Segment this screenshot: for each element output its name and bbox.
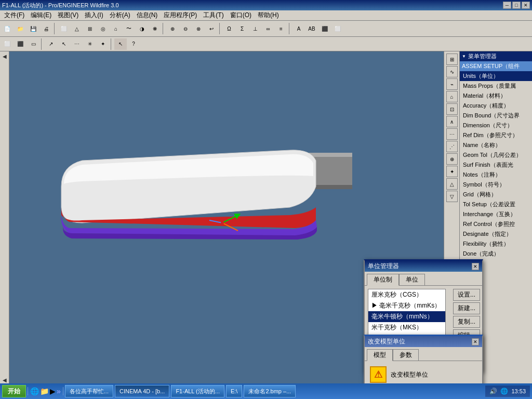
tab-model[interactable]: 模型 [367, 349, 393, 361]
right-tb-2[interactable]: ∿ [446, 66, 458, 77]
menu-item-10[interactable]: Notes（注释） [460, 170, 532, 180]
menu-item-信息[interactable]: 信息(N) [134, 10, 161, 21]
help-tool[interactable]: ? [127, 38, 140, 50]
right-tb-8[interactable]: ⋰ [446, 141, 458, 152]
menu-item-6[interactable]: Ref Dim（参照尺寸） [460, 130, 532, 140]
tb2-btn-7[interactable]: ✳ [84, 38, 96, 50]
menu-item-2[interactable]: Accuracy（精度） [460, 101, 532, 111]
taskbar-item-5[interactable]: 未命名2.bmp –... [244, 385, 296, 397]
menu-item-4[interactable]: Dim Bound（尺寸边界 [460, 111, 532, 121]
tb-btn-21[interactable]: ⬜ [331, 23, 344, 34]
tb-btn-9[interactable]: ⊕ [166, 23, 179, 34]
right-tb-5[interactable]: ⊡ [446, 103, 458, 115]
tb-btn-4[interactable]: ◎ [97, 23, 109, 34]
menu-item-11[interactable]: Symbol（符号） [460, 180, 532, 190]
left-arrow-1[interactable]: ◀ [3, 52, 7, 60]
tb-btn-15[interactable]: ⊥ [249, 23, 261, 34]
menu-item-13[interactable]: Tol Setup（公差设置 [460, 200, 532, 209]
select-tool[interactable]: ↖ [114, 38, 127, 50]
change-units-close[interactable]: ✕ [472, 338, 479, 345]
right-tb-11[interactable]: △ [446, 178, 458, 190]
tb-btn-2[interactable]: △ [71, 23, 83, 34]
right-tb-10[interactable]: ✦ [446, 166, 458, 177]
right-tb-4[interactable]: ⌂ [446, 91, 458, 102]
tb-btn-8[interactable]: ❋ [149, 23, 161, 34]
tb-btn-10[interactable]: ⊖ [179, 23, 192, 34]
tb2-btn-5[interactable]: ↖ [58, 38, 70, 50]
tb-btn-5[interactable]: ⌂ [110, 23, 122, 34]
taskbar-item-4[interactable]: E:\ [226, 385, 242, 397]
tb-btn-7[interactable]: ◑ [136, 23, 148, 34]
menu-item-17[interactable]: Flexibility（挠性） [460, 239, 532, 249]
menu-item-窗口[interactable]: 窗口(O) [227, 10, 255, 21]
ie-icon[interactable]: 🌐 [30, 387, 39, 395]
tab-units[interactable]: 单位 [399, 274, 425, 285]
menu-item-16[interactable]: Designate（指定） [460, 229, 532, 239]
tb-btn-12[interactable]: ↩ [205, 23, 218, 34]
tb2-btn-8[interactable]: ✦ [97, 38, 109, 50]
units-dialog-close[interactable]: ✕ [472, 263, 479, 270]
menu-item-7[interactable]: Name（名称） [460, 140, 532, 150]
menu-item-12[interactable]: Grid（网格） [460, 190, 532, 200]
tb-btn-20[interactable]: ⬛ [318, 23, 331, 34]
tb-btn-19[interactable]: AB [305, 23, 318, 34]
right-tb-7[interactable]: ⋯ [446, 128, 458, 140]
tb2-btn-6[interactable]: ⋯ [71, 38, 83, 50]
tab-units-system[interactable]: 单位制 [367, 274, 399, 286]
unit-mmks[interactable]: ▶ 毫米千克秒（mmKs） [368, 300, 445, 311]
menu-item-编辑[interactable]: 编辑(E) [28, 10, 55, 21]
tb2-btn-3[interactable]: ▭ [27, 38, 39, 50]
right-tb-3[interactable]: ⌁ [446, 78, 458, 90]
units-set-button[interactable]: 设置... [453, 289, 480, 301]
menu-item-应用程序[interactable]: 应用程序(P) [161, 10, 200, 21]
tb-btn-1[interactable]: ⬜ [58, 23, 70, 34]
tb-btn-11[interactable]: ⊗ [192, 23, 205, 34]
left-arrow-2[interactable]: ◀ [3, 376, 7, 384]
unit-cgs[interactable]: 厘米克秒（CGS） [368, 289, 445, 300]
units-copy-button[interactable]: 复制... [453, 316, 480, 328]
menu-item-帮助[interactable]: 帮助(H) [255, 10, 282, 21]
menu-item-工具[interactable]: 工具(T) [200, 10, 227, 21]
taskbar-item-2[interactable]: CINEMA 4D - [b... [115, 385, 169, 397]
close-button[interactable]: ✕ [522, 2, 530, 9]
right-tb-6[interactable]: ∧ [446, 116, 458, 127]
units-list[interactable]: 厘米克秒（CGS） ▶ 毫米千克秒（mmKs） 毫米牛顿秒（mmNs） 米千克秒… [368, 289, 446, 336]
tab-params[interactable]: 参数 [393, 349, 419, 361]
tb2-btn-1[interactable]: ⬜ [1, 38, 14, 50]
tb-btn-16[interactable]: ∞ [262, 23, 274, 34]
menu-item-18[interactable]: Done（完成） [460, 249, 532, 259]
save-button[interactable]: 💾 [27, 23, 39, 34]
menu-item-units[interactable]: Units（单位） [460, 71, 532, 81]
menu-item-9[interactable]: Surf Finish（表面光 [460, 160, 532, 170]
tb-btn-17[interactable]: ≡ [275, 23, 287, 34]
unit-mmns[interactable]: 毫米牛顿秒（mmNs） [368, 311, 445, 322]
taskbar-item-3[interactable]: F1-ALL (活动的... [171, 385, 224, 397]
tb2-btn-4[interactable]: ↗ [45, 38, 57, 50]
tb-btn-3[interactable]: ⊞ [84, 23, 96, 34]
right-tb-12[interactable]: ▽ [446, 191, 458, 202]
tb-btn-18[interactable]: A [292, 23, 305, 34]
right-tb-9[interactable]: ⊕ [446, 153, 458, 165]
maximize-button[interactable]: □ [512, 2, 521, 9]
menu-item-1[interactable]: Material（材料） [460, 91, 532, 101]
taskbar-item-1[interactable]: 各位高手帮忙... [65, 385, 113, 397]
media-icon[interactable]: ▶ [50, 387, 56, 395]
menu-item-文件[interactable]: 文件(F) [1, 10, 28, 21]
print-button[interactable]: 🖨 [40, 23, 52, 34]
tb2-btn-2[interactable]: ⬛ [14, 38, 26, 50]
menu-item-15[interactable]: Ref Control（参照控 [460, 219, 532, 229]
tb-btn-13[interactable]: Ω [223, 23, 235, 34]
unit-mks[interactable]: 米千克秒（MKS） [368, 322, 445, 333]
help-icon[interactable]: » [57, 387, 61, 395]
menu-item-0[interactable]: Mass Props（质量属 [460, 81, 532, 91]
minimize-button[interactable]: ─ [503, 2, 511, 9]
menu-item-5[interactable]: Dimension（尺寸） [460, 121, 532, 130]
open-button[interactable]: 📁 [14, 23, 26, 34]
menu-item-14[interactable]: Interchange（互换） [460, 209, 532, 219]
new-button[interactable]: 📄 [1, 23, 14, 34]
explorer-icon[interactable]: 📁 [40, 387, 49, 395]
menu-item-视图[interactable]: 视图(V) [55, 10, 82, 21]
tb-btn-6[interactable]: 〜 [123, 23, 135, 34]
right-tb-1[interactable]: ⊞ [446, 54, 458, 65]
start-button[interactable]: 开始 [2, 385, 26, 397]
